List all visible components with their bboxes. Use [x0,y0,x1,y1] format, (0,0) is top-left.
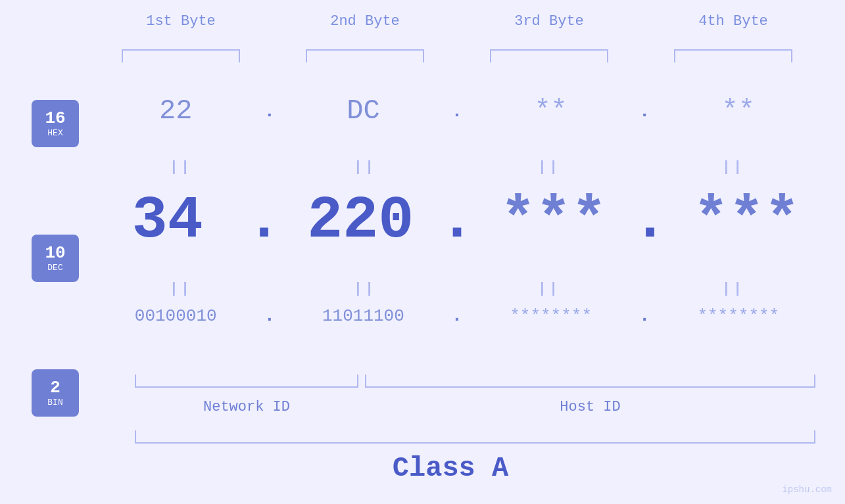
bracket-line-top-1 [122,49,240,62]
equals-cell-1-1: || [89,159,273,175]
header-byte2: 2nd Byte [273,13,457,30]
bracket-top-4 [641,49,825,62]
bin-value-2: 11011100 [322,306,404,326]
dec-dot-1: . [246,191,281,250]
network-id-label: Network ID [135,399,358,415]
host-id-text: Host ID [560,399,620,415]
hex-cell-4: ** [652,95,825,127]
network-id-text: Network ID [203,399,290,415]
dec-cell-3: *** [475,187,632,254]
badge-bin-num: 2 [50,378,60,398]
host-id-label: Host ID [365,399,815,415]
bracket-bottom-host [365,375,815,388]
dec-value-3: *** [500,187,607,254]
bracket-bottom-network [135,375,358,388]
badge-hex-num: 16 [45,109,65,128]
hex-value-4: ** [722,95,755,127]
hex-dot-1: . [262,101,276,122]
dec-dot-3: . [632,191,667,250]
equals-cell-1-4: || [641,159,825,175]
equals-cell-1-3: || [457,159,641,175]
hex-value-2: DC [347,95,379,127]
equals-cell-2-2: || [273,281,457,297]
bracket-top-2 [273,49,457,62]
hex-row: 22 . DC . ** . ** [89,95,825,127]
bin-cell-2: 11011100 [276,306,450,326]
bin-cell-1: 00100010 [89,306,262,326]
badges-container: 16 HEX 10 DEC 2 BIN [32,100,79,417]
big-bracket [135,430,815,444]
bin-value-4: ******** [697,306,779,326]
hex-cell-3: ** [464,95,637,127]
watermark: ipshu.com [782,484,832,495]
badge-dec: 10 DEC [32,235,79,282]
hex-cell-2: DC [276,95,450,127]
bin-dot-2: . [450,306,464,326]
equals-cell-2-1: || [89,281,273,297]
dec-cell-4: *** [668,187,825,254]
dec-dot-2: . [439,191,475,250]
bin-value-3: ******** [510,306,592,326]
bin-row: 00100010 . 11011100 . ******** . *******… [89,306,825,326]
hex-dot-2: . [450,101,464,122]
equals-cell-2-3: || [457,281,641,297]
header-byte3: 3rd Byte [457,13,641,30]
dec-cell-2: 220 [282,187,439,254]
hex-dot-3: . [638,101,652,122]
dec-row: 34 . 220 . *** . *** [89,187,825,254]
bracket-top-3 [457,49,641,62]
hex-value-3: ** [534,95,567,127]
equals-cell-2-4: || [641,281,825,297]
hex-cell-1: 22 [89,95,262,127]
bracket-line-top-3 [490,49,608,62]
dec-value-2: 220 [307,187,414,254]
badge-hex-label: HEX [47,128,62,138]
bracket-line-top-4 [674,49,792,62]
bin-value-1: 00100010 [135,306,217,326]
bin-cell-4: ******** [652,306,825,326]
bracket-top-1 [89,49,273,62]
badge-dec-label: DEC [47,263,62,273]
content-area: 1st Byte 2nd Byte 3rd Byte 4th Byte 16 [0,0,845,504]
dec-value-4: *** [693,187,800,254]
bin-dot-1: . [262,306,276,326]
bracket-line-top-2 [306,49,424,62]
equals-cell-1-2: || [273,159,457,175]
dec-cell-1: 34 [89,187,246,254]
badge-dec-num: 10 [45,244,65,263]
equals-row-1: || || || || [89,159,825,175]
header-byte1: 1st Byte [89,13,273,30]
class-label: Class A [89,453,812,484]
brackets-top [89,49,825,62]
main-container: 1st Byte 2nd Byte 3rd Byte 4th Byte 16 [0,0,845,504]
bin-dot-3: . [638,306,652,326]
dec-value-1: 34 [132,187,203,254]
badge-bin: 2 BIN [32,369,79,417]
equals-row-2: || || || || [89,281,825,297]
badge-bin-label: BIN [47,398,62,407]
badge-hex: 16 HEX [32,100,79,147]
byte-headers: 1st Byte 2nd Byte 3rd Byte 4th Byte [89,13,825,30]
hex-value-1: 22 [159,95,192,127]
header-byte4: 4th Byte [641,13,825,30]
bin-cell-3: ******** [464,306,637,326]
